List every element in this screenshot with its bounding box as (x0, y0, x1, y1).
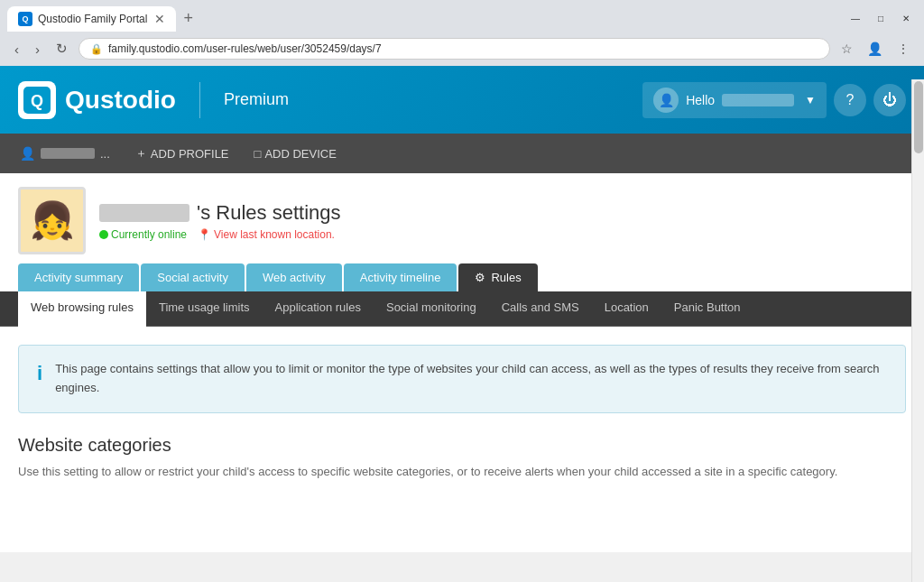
bookmark-button[interactable]: ☆ (836, 38, 858, 60)
add-profile-label: ADD PROFILE (151, 147, 229, 161)
profile-bar: 👤 ... ＋ ADD PROFILE □ ADD DEVICE (0, 134, 924, 173)
browser-title-bar: Q Qustodio Family Portal ✕ + — □ ✕ (0, 0, 924, 32)
info-box: i This page contains settings that allow… (18, 345, 906, 413)
content-area: i This page contains settings that allow… (0, 327, 924, 552)
sub-nav-location[interactable]: Location (592, 291, 661, 326)
info-box-text: This page contains settings that allow y… (55, 360, 887, 398)
profile-name-blurred (41, 148, 95, 159)
power-button[interactable]: ⏻ (873, 84, 906, 116)
tier-label: Premium (224, 90, 289, 109)
dropdown-arrow-icon: ▼ (805, 94, 816, 106)
user-avatar-small: 👤 (653, 88, 679, 113)
scrollbar-thumb[interactable] (914, 81, 923, 153)
header-right: 👤 Hello ▼ ? ⏻ (642, 82, 906, 118)
avatar-container: 👧 (18, 187, 86, 254)
website-categories-title: Website categories (18, 435, 906, 456)
info-icon: i (37, 362, 42, 385)
help-icon: ? (846, 92, 855, 108)
profile-info: 's Rules settings Currently online 📍 Vie… (99, 201, 906, 241)
online-dot-icon (99, 230, 108, 239)
sub-nav-time-usage-limits[interactable]: Time usage limits (146, 291, 263, 326)
user-name-blurred (722, 94, 794, 106)
sub-nav-calls-and-sms[interactable]: Calls and SMS (489, 291, 592, 326)
forward-button[interactable]: › (30, 38, 45, 60)
svg-text:Q: Q (31, 92, 43, 110)
add-profile-icon: ＋ (135, 145, 147, 162)
add-device-icon: □ (254, 147, 262, 161)
gear-icon: ⚙ (475, 271, 485, 284)
status-row: Currently online 📍 View last known locat… (99, 228, 906, 241)
page-wrapper: Q Qustodio Family Portal ✕ + — □ ✕ ‹ › ↻… (0, 0, 924, 582)
tab-activity-summary[interactable]: Activity summary (18, 263, 139, 291)
location-link[interactable]: 📍 View last known location. (198, 228, 335, 241)
logo-area: Q Qustodio Premium (18, 81, 289, 119)
location-pin-icon: 📍 (198, 228, 211, 241)
close-button[interactable]: ✕ (895, 14, 917, 24)
logo-icon: Q (18, 81, 56, 119)
sub-nav-panic-button[interactable]: Panic Button (661, 291, 753, 326)
scrollbar[interactable] (911, 79, 924, 582)
location-link-text: View last known location. (214, 228, 335, 241)
add-device-button[interactable]: □ ADD DEVICE (244, 140, 347, 168)
sub-navigation: Web browsing rules Time usage limits App… (0, 291, 924, 327)
help-button[interactable]: ? (834, 84, 866, 116)
user-profile-button[interactable]: 👤 (862, 38, 888, 60)
tab-close-button[interactable]: ✕ (154, 12, 165, 26)
window-controls: — □ ✕ (845, 14, 917, 24)
nav-tabs-container: Activity summary Social activity Web act… (0, 254, 924, 291)
lock-icon: 🔒 (90, 43, 103, 55)
rules-settings-title: 's Rules settings (197, 201, 341, 225)
reload-button[interactable]: ↻ (51, 37, 73, 60)
browser-menu-button[interactable]: ⋮ (892, 38, 915, 60)
url-text: family.qustodio.com/user-rules/web/user/… (108, 42, 818, 55)
online-status-indicator: Currently online (99, 228, 187, 241)
child-name-blurred (99, 204, 189, 222)
main-content: 👧 's Rules settings Currently online 📍 V… (0, 173, 924, 552)
online-status-text: Currently online (111, 228, 187, 241)
app-header: Q Qustodio Premium 👤 Hello ▼ ? ⏻ (0, 66, 924, 134)
add-device-label: ADD DEVICE (264, 147, 336, 161)
toolbar-actions: ☆ 👤 ⋮ (836, 38, 915, 60)
tab-favicon: Q (18, 12, 32, 26)
profile-menu-dots: ... (100, 147, 110, 161)
add-profile-button[interactable]: ＋ ADD PROFILE (125, 138, 240, 169)
greeting-text: Hello (686, 93, 715, 107)
current-profile-button[interactable]: 👤 ... (9, 139, 121, 168)
sub-nav-social-monitoring[interactable]: Social monitoring (374, 291, 489, 326)
browser-toolbar: ‹ › ↻ 🔒 family.qustodio.com/user-rules/w… (0, 32, 924, 66)
tab-rules[interactable]: ⚙ Rules (458, 263, 537, 291)
new-tab-button[interactable]: + (180, 5, 197, 32)
website-categories-description: Use this setting to allow or restrict yo… (18, 463, 906, 481)
minimize-button[interactable]: — (845, 14, 866, 24)
profile-name-row: 's Rules settings (99, 201, 906, 225)
power-icon: ⏻ (882, 92, 897, 108)
logo-text: Qustodio (65, 86, 176, 115)
tab-web-activity[interactable]: Web activity (246, 263, 342, 291)
address-bar[interactable]: 🔒 family.qustodio.com/user-rules/web/use… (79, 38, 830, 60)
profile-icon: 👤 (20, 146, 35, 161)
sub-nav-application-rules[interactable]: Application rules (263, 291, 374, 326)
browser-tab[interactable]: Q Qustodio Family Portal ✕ (7, 6, 176, 32)
tab-social-activity[interactable]: Social activity (141, 263, 245, 291)
tab-title: Qustodio Family Portal (38, 13, 147, 25)
logo-divider (199, 82, 200, 118)
browser-chrome: Q Qustodio Family Portal ✕ + — □ ✕ ‹ › ↻… (0, 0, 924, 66)
maximize-button[interactable]: □ (870, 14, 892, 24)
tab-activity-timeline[interactable]: Activity timeline (344, 263, 457, 291)
logo-svg: Q (23, 87, 51, 114)
profile-header: 👧 's Rules settings Currently online 📍 V… (0, 173, 924, 254)
back-button[interactable]: ‹ (9, 38, 24, 60)
avatar-image: 👧 (30, 199, 75, 242)
user-greeting[interactable]: 👤 Hello ▼ (642, 82, 827, 118)
sub-nav-web-browsing-rules[interactable]: Web browsing rules (18, 291, 146, 327)
